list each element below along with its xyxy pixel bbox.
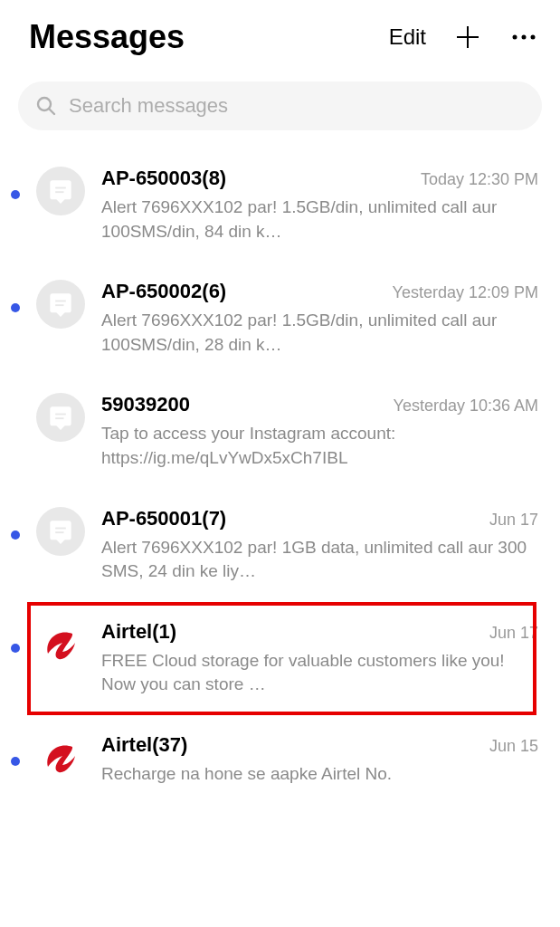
conversation-preview: Alert 7696XXX102 par! 1.5GB/din, unlimit… bbox=[101, 196, 538, 244]
conversation-item[interactable]: Airtel(37)Jun 15Recharge na hone se aapk… bbox=[0, 715, 560, 805]
plus-icon bbox=[455, 24, 480, 50]
airtel-avatar-icon bbox=[36, 620, 85, 669]
conversation-item[interactable]: AP-650001(7)Jun 17Alert 7696XXX102 par! … bbox=[0, 489, 560, 602]
unread-indicator bbox=[11, 757, 20, 766]
conversation-header: AP-650001(7)Jun 17 bbox=[101, 507, 538, 530]
chat-avatar-icon bbox=[36, 167, 85, 215]
chat-avatar-icon bbox=[36, 507, 85, 556]
svg-point-2 bbox=[513, 35, 517, 40]
conversation-time: Jun 15 bbox=[489, 737, 538, 756]
conversation-header: 59039200Yesterday 10:36 AM bbox=[101, 393, 538, 416]
page-title: Messages bbox=[29, 18, 378, 56]
chat-avatar-icon bbox=[36, 280, 85, 329]
conversation-title: AP-650002(6) bbox=[101, 280, 226, 303]
conversation-title: AP-650003(8) bbox=[101, 167, 226, 190]
conversation-item[interactable]: AP-650002(6)Yesterday 12:09 PMAlert 7696… bbox=[0, 262, 560, 375]
conversation-header: AP-650002(6)Yesterday 12:09 PM bbox=[101, 280, 538, 303]
compose-button[interactable] bbox=[453, 23, 482, 52]
conversation-title: 59039200 bbox=[101, 393, 190, 416]
airtel-avatar-icon bbox=[36, 733, 85, 782]
more-horizontal-icon bbox=[511, 33, 536, 41]
conversation-time: Jun 17 bbox=[489, 511, 538, 530]
conversation-preview: Tap to access your Instagram account: ht… bbox=[101, 422, 538, 470]
unread-indicator bbox=[11, 530, 20, 540]
conversation-content: 59039200Yesterday 10:36 AMTap to access … bbox=[101, 393, 538, 470]
conversation-item[interactable]: Airtel(1)Jun 17FREE Cloud storage for va… bbox=[0, 602, 560, 715]
conversation-content: AP-650001(7)Jun 17Alert 7696XXX102 par! … bbox=[101, 507, 538, 584]
conversation-header: Airtel(37)Jun 15 bbox=[101, 733, 538, 757]
conversation-preview: Alert 7696XXX102 par! 1.5GB/din, unlimit… bbox=[101, 309, 538, 357]
svg-line-6 bbox=[50, 110, 55, 115]
header: Messages Edit bbox=[0, 0, 560, 67]
conversation-time: Today 12:30 PM bbox=[421, 170, 538, 189]
unread-indicator bbox=[11, 644, 20, 653]
conversation-preview: FREE Cloud storage for valuable customer… bbox=[101, 649, 538, 697]
unread-indicator bbox=[11, 190, 20, 199]
search-input[interactable] bbox=[69, 94, 524, 118]
conversation-header: AP-650003(8)Today 12:30 PM bbox=[101, 167, 538, 190]
conversation-content: AP-650003(8)Today 12:30 PMAlert 7696XXX1… bbox=[101, 167, 538, 244]
conversation-content: AP-650002(6)Yesterday 12:09 PMAlert 7696… bbox=[101, 280, 538, 357]
conversation-time: Yesterday 10:36 AM bbox=[394, 397, 538, 416]
search-bar[interactable] bbox=[18, 81, 542, 130]
conversation-preview: Alert 7696XXX102 par! 1GB data, unlimite… bbox=[101, 536, 538, 584]
conversation-title: AP-650001(7) bbox=[101, 507, 226, 530]
conversation-time: Yesterday 12:09 PM bbox=[393, 283, 538, 302]
conversation-list: AP-650003(8)Today 12:30 PMAlert 7696XXX1… bbox=[0, 148, 560, 805]
unread-indicator bbox=[11, 303, 20, 312]
edit-button[interactable]: Edit bbox=[389, 24, 426, 50]
conversation-content: Airtel(1)Jun 17FREE Cloud storage for va… bbox=[101, 620, 538, 697]
search-icon bbox=[36, 96, 56, 116]
conversation-title: Airtel(37) bbox=[101, 733, 187, 757]
chat-avatar-icon bbox=[36, 393, 85, 442]
conversation-header: Airtel(1)Jun 17 bbox=[101, 620, 538, 644]
conversation-title: Airtel(1) bbox=[101, 620, 176, 644]
header-actions: Edit bbox=[389, 23, 538, 52]
svg-point-4 bbox=[531, 35, 536, 40]
conversation-item[interactable]: AP-650003(8)Today 12:30 PMAlert 7696XXX1… bbox=[0, 148, 560, 262]
conversation-time: Jun 17 bbox=[489, 624, 538, 643]
conversation-preview: Recharge na hone se aapke Airtel No. bbox=[101, 762, 538, 787]
conversation-content: Airtel(37)Jun 15Recharge na hone se aapk… bbox=[101, 733, 538, 787]
conversation-item[interactable]: 59039200Yesterday 10:36 AMTap to access … bbox=[0, 375, 560, 488]
more-button[interactable] bbox=[509, 23, 538, 52]
svg-point-3 bbox=[522, 35, 527, 40]
